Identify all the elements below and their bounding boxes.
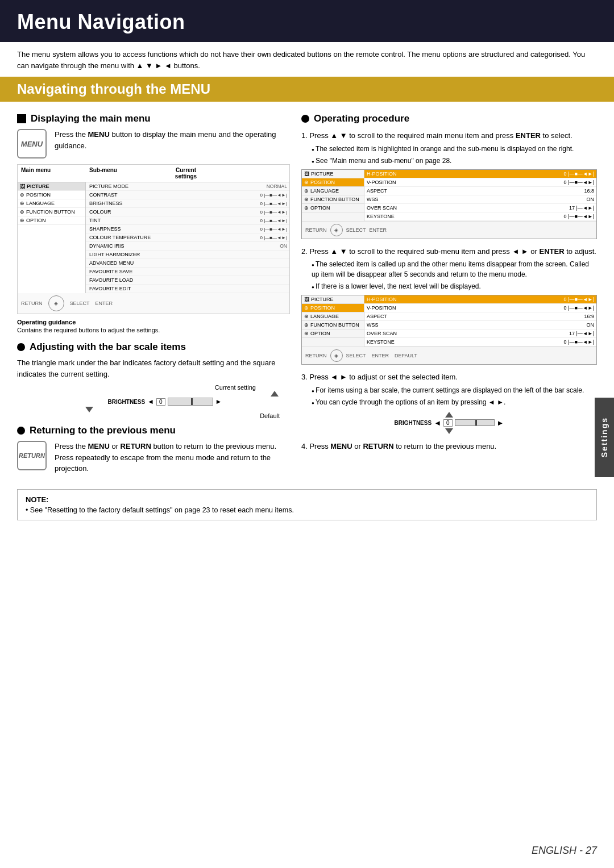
triangle-down-2-icon	[445, 428, 453, 434]
sub-menu-column: PICTURE MODENORMAL CONTRAST0 |—■—◄►| BRI…	[86, 182, 289, 293]
menu-diagram-body: 🖼PICTURE ⊕POSITION ⊕LANGUAGE ⊕FUNCTION B…	[18, 182, 289, 293]
returning-heading: Returning to the previous menu	[17, 425, 290, 436]
main-menu-item: ⊕POSITION	[18, 191, 85, 199]
sub-menu-item: COLOUR0 |—■—◄►|	[86, 208, 289, 216]
bar-scale-diagram: Current setting BRIGHTNESS ◄ 0 ► Default	[40, 384, 290, 419]
menu-diagram: Main menu Sub-menu Currentsettings 🖼PICT…	[17, 164, 290, 314]
right-column: Operating procedure 1. Press ▲ ▼ to scro…	[301, 107, 597, 480]
step-1: 1. Press ▲ ▼ to scroll to the required m…	[301, 130, 597, 239]
footer-english: E	[532, 845, 538, 856]
numbered-steps: 1. Press ▲ ▼ to scroll to the required m…	[301, 130, 597, 452]
menu-diagram-controls: RETURN ◈ SELECT ENTER	[18, 293, 289, 314]
triangle-up-icon	[271, 391, 279, 397]
sub-menu-item: CONTRAST0 |—■—◄►|	[86, 191, 289, 199]
page-title: Menu Navigation	[17, 10, 597, 34]
display-menu-row: MENU Press the MENU button to display th…	[17, 129, 290, 158]
menu-screenshot-1: 🖼PICTURE ⊕POSITION ⊕LANGUAGE ⊕FUNCTION B…	[301, 169, 597, 239]
display-menu-description: Press the MENU button to display the mai…	[55, 129, 290, 151]
bar-marker	[191, 398, 193, 405]
adjusting-heading: Adjusting with the bar scale items	[17, 341, 290, 353]
returning-row: RETURN Press the MENU or RETURN button t…	[17, 441, 290, 474]
sub-menu-item: BRIGHTNESS0 |—■—◄►|	[86, 199, 289, 208]
step-4: 4. Press MENU or RETURN to return to the…	[301, 441, 597, 452]
sub-menu-item: LIGHT HARMONIZER	[86, 251, 289, 259]
return-icon: RETURN	[17, 441, 47, 470]
triangle-up-2-icon	[445, 412, 453, 418]
bar-scale-row: BRIGHTNESS ◄ 0 ►	[108, 398, 222, 406]
page-footer: ENGLISH - 27	[532, 845, 597, 857]
sub-menu-item: ADVANCED MENU	[86, 259, 289, 268]
sub-menu-item: DYNAMIC IRISON	[86, 242, 289, 251]
current-setting-label: Current setting	[215, 384, 256, 391]
circle-bullet-icon	[17, 343, 25, 351]
adjusting-description: The triangle mark under the bar indicate…	[17, 357, 290, 379]
menu-icon: MENU	[17, 129, 47, 158]
left-column: Displaying the main menu MENU Press the …	[17, 107, 290, 480]
sub-menu-item: SHARPNESS0 |—■—◄►|	[86, 225, 289, 233]
sub-menu-item: PICTURE MODENORMAL	[86, 182, 289, 191]
bar-track-2	[455, 419, 495, 426]
circle-bullet-icon	[17, 427, 25, 435]
circle-bullet-icon	[301, 115, 309, 123]
footer-text: NGLISH - 27	[538, 845, 597, 856]
menu-screenshot-2: 🖼PICTURE ⊕POSITION ⊕LANGUAGE ⊕FUNCTION B…	[301, 295, 597, 365]
black-square-icon	[17, 114, 26, 123]
sub-menu-item: FAVOURITE LOAD	[86, 276, 289, 285]
main-menu-item: 🖼PICTURE	[18, 182, 85, 191]
step-2: 2. Press ▲ ▼ to scroll to the required s…	[301, 246, 597, 365]
bar-track	[168, 398, 213, 406]
step-3: 3. Press ◄ ► to adjust or set the select…	[301, 372, 597, 434]
menu-diagram-header: Main menu Sub-menu Currentsettings	[18, 165, 289, 182]
default-label: Default	[260, 412, 280, 419]
section-heading: Navigating through the MENU	[0, 77, 614, 102]
main-menu-item: ⊕LANGUAGE	[18, 199, 85, 208]
select-icon-2: ◈	[330, 349, 343, 362]
page-header: Menu Navigation	[0, 0, 614, 42]
note-box: NOTE: • See "Resetting to the factory de…	[17, 489, 597, 520]
main-menu-column: 🖼PICTURE ⊕POSITION ⊕LANGUAGE ⊕FUNCTION B…	[18, 182, 86, 293]
select-enter-icon: ◈	[48, 295, 64, 311]
operating-procedure-heading: Operating procedure	[301, 113, 597, 124]
sub-menu-item: FAVOURITE SAVE	[86, 268, 289, 276]
step3-bar-diagram: BRIGHTNESS ◄ 0 ►	[301, 412, 597, 434]
intro-text: The menu system allows you to access fun…	[0, 42, 614, 77]
main-menu-item: ⊕OPTION	[18, 216, 85, 225]
settings-sidebar: Settings	[595, 398, 614, 477]
triangle-down-icon	[85, 407, 93, 412]
sub-menu-item: TINT0 |—■—◄►|	[86, 216, 289, 225]
displaying-main-menu-heading: Displaying the main menu	[17, 113, 290, 124]
returning-text: Press the MENU or RETURN button to retur…	[55, 441, 290, 474]
select-icon: ◈	[330, 224, 343, 236]
sub-menu-item: FAVOURITE EDIT	[86, 285, 289, 293]
sub-menu-item-colour-temp: COLOUR TEMPERATURE0 |—■—◄►|	[86, 233, 289, 242]
main-menu-item: ⊕FUNCTION BUTTON	[18, 208, 85, 216]
operating-guidance-label: Operating guidance Contains the required…	[17, 319, 290, 333]
